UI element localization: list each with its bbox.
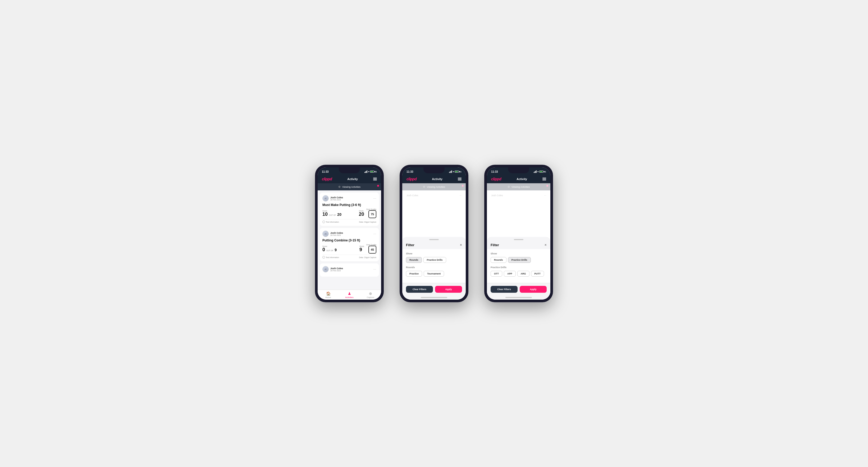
clear-filters-btn-3[interactable]: Clear Filters [491, 286, 518, 293]
phone-2: 11:33 ▾ 81 clippd Activity [400, 165, 468, 302]
hamburger-icon-1[interactable] [373, 178, 377, 180]
filter-bar-1[interactable]: ⚙ Viewing Activities [318, 183, 381, 190]
capture-icon-1: ⊕ [369, 291, 372, 295]
bottom-nav-activities-1[interactable]: ♟ Activities [339, 291, 360, 299]
user-info-1: JC Josh Coles 28 Feb 2023 [322, 195, 343, 201]
out-of-value-2: 9 [335, 248, 337, 252]
bottom-nav-home-1[interactable]: 🏠 Home [318, 291, 339, 299]
show-label-3: Show [491, 252, 547, 255]
filter-dot-1 [377, 185, 379, 187]
logo-3: clippd [491, 177, 501, 181]
user-info-2: JC Josh Coles 28 Feb 2023 [322, 230, 343, 237]
clear-filters-btn-2[interactable]: Clear Filters [406, 286, 433, 293]
logo-2: clippd [406, 177, 416, 181]
user-name-1: Josh Coles [330, 196, 343, 199]
filter-bar-label-3: Viewing Activities [512, 186, 530, 188]
home-icon-1: 🏠 [326, 291, 331, 295]
user-name-2: Josh Coles [330, 232, 343, 234]
dimmed-content-3: ⚙ Viewing Activities Josh Coles ··· [487, 183, 550, 200]
user-date-3: 28 Feb 2023 [330, 270, 343, 272]
apply-btn-2[interactable]: Apply [435, 286, 462, 293]
chip-rounds-3[interactable]: Rounds [491, 257, 506, 263]
filter-sheet-2: Filter × Show Rounds Practice Drills Rou… [402, 237, 466, 300]
chip-practice-drills-2[interactable]: Practice Drills [424, 257, 446, 263]
chip-putt-3[interactable]: PUTT [531, 271, 544, 277]
phone-1: 11:33 ▾ 81 clippd Activity [315, 165, 384, 302]
close-btn-2[interactable]: × [460, 243, 462, 247]
chip-tournament-2[interactable]: Tournament [424, 271, 444, 277]
bottom-nav-capture-1[interactable]: ⊕ Capture [360, 291, 381, 299]
filter-bar-3: ⚙ Viewing Activities [487, 183, 550, 190]
filter-sheet-3: Filter × Show Rounds Practice Drills Pra… [487, 237, 550, 300]
hamburger-icon-3[interactable] [542, 178, 546, 180]
wifi-icon-2: ▾ [453, 170, 454, 173]
hamburger-icon-2[interactable] [458, 178, 462, 180]
user-info-3: JC Josh Coles 28 Feb 2023 [322, 266, 343, 272]
filter-icon-2: ⚙ [423, 185, 425, 188]
nav-title-1: Activity [347, 178, 358, 181]
filter-modal-2: Filter × Show Rounds Practice Drills Rou… [402, 294, 466, 300]
bottom-nav-activities-label-1: Activities [345, 296, 353, 299]
activity-title-2: Putting Combine (3-15 ft) [322, 239, 376, 242]
activity-title-1: Must Make Putting (3-6 ft) [322, 203, 376, 207]
filter-header-3: Filter × [487, 240, 550, 249]
activity-card-3: JC Josh Coles 28 Feb 2023 ··· [320, 263, 379, 277]
nav-title-2: Activity [432, 178, 442, 181]
status-icons-2: ▾ 81 [449, 170, 462, 173]
avatar-1: JC [322, 195, 329, 201]
filter-dot-3 [547, 185, 548, 187]
more-btn-1[interactable]: ··· [373, 197, 376, 200]
chip-practice-2[interactable]: Practice [406, 271, 422, 277]
logo-1: clippd [322, 177, 332, 181]
footer-data-2: Data: Clippd Capture [359, 256, 376, 258]
rounds-label-2: Rounds [406, 266, 462, 269]
chip-rounds-2[interactable]: Rounds [406, 257, 422, 263]
user-name-3: Josh Coles [330, 267, 343, 270]
chip-app-3[interactable]: APP [504, 271, 516, 277]
more-btn-2[interactable]: ··· [373, 232, 376, 235]
filter-modal-3: Filter × Show Rounds Practice Drills Pra… [487, 294, 550, 300]
filter-dot-2 [462, 185, 464, 187]
nav-bar-1: clippd Activity [318, 175, 381, 183]
user-date-2: 28 Feb 2023 [330, 234, 343, 236]
shot-quality-2: 45 [368, 246, 376, 254]
activity-list-1: JC Josh Coles 28 Feb 2023 ··· Must Make … [318, 190, 381, 289]
more-btn-3[interactable]: ··· [373, 268, 376, 271]
sq-label-1: Shot Quality [366, 208, 376, 210]
bottom-nav-home-label-1: Home [325, 296, 331, 299]
filter-header-2: Filter × [402, 240, 466, 249]
time-1: 11:33 [322, 170, 329, 173]
rounds-chips-2: Practice Tournament [406, 271, 462, 277]
phone-2-inner: 11:33 ▾ 81 clippd Activity [402, 167, 466, 300]
battery-1: 81 [370, 170, 377, 173]
apply-btn-3[interactable]: Apply [520, 286, 547, 293]
signal-bars-1 [365, 170, 367, 173]
footer-info-2: Test Information [326, 256, 339, 258]
card-header-1: JC Josh Coles 28 Feb 2023 ··· [322, 195, 376, 201]
activity-card-1: JC Josh Coles 28 Feb 2023 ··· Must Make … [320, 192, 379, 226]
chip-ott-3[interactable]: OTT [491, 271, 502, 277]
chip-practice-drills-3[interactable]: Practice Drills [508, 257, 531, 263]
show-chips-2: Rounds Practice Drills [406, 257, 462, 263]
notch-2 [424, 167, 444, 173]
filter-bar-label-1: Viewing Activities [342, 186, 361, 188]
phone-3: 11:33 ▾ 81 clippd Activity [484, 165, 553, 302]
activity-card-2: JC Josh Coles 28 Feb 2023 ··· Putting Co… [320, 228, 379, 261]
chip-arg-3[interactable]: ARG [517, 271, 529, 277]
filter-icon-1: ⚙ [338, 185, 341, 188]
wifi-icon-3: ▾ [537, 170, 538, 173]
filter-bar-2: ⚙ Viewing Activities [402, 183, 466, 190]
notch-3 [508, 167, 529, 173]
card-footer-2: i Test Information Data: Clippd Capture [322, 255, 376, 259]
practice-drills-label-3: Practice Drills [491, 266, 547, 269]
filter-footer-2: Clear Filters Apply [402, 283, 466, 295]
avatar-2: JC [322, 230, 329, 237]
nav-title-3: Activity [517, 178, 527, 181]
time-3: 11:33 [491, 170, 498, 173]
close-btn-3[interactable]: × [545, 243, 547, 247]
status-icons-3: ▾ 81 [534, 170, 546, 173]
nav-bar-3: clippd Activity [487, 175, 550, 183]
bottom-nav-1: 🏠 Home ♟ Activities ⊕ Capture [318, 289, 381, 300]
phone-3-inner: 11:33 ▾ 81 clippd Activity [487, 167, 550, 300]
filter-title-2: Filter [406, 243, 414, 247]
